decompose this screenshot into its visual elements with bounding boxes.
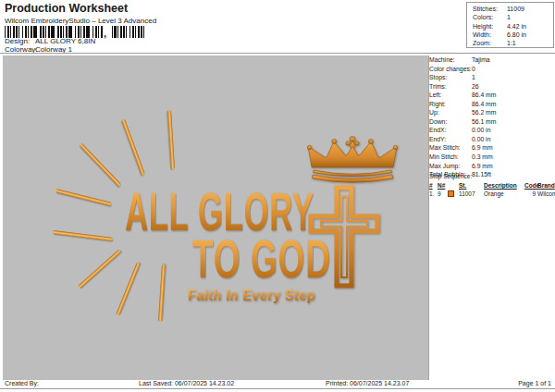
- machine-info-row: Color changes:0: [429, 65, 553, 74]
- thread-color-swatch: [448, 190, 454, 197]
- machine-info-value: 26: [472, 83, 479, 90]
- footer-divider: [0, 388, 555, 389]
- machine-info-row: Trims:26: [429, 82, 553, 92]
- machine-info-panel: Machine:Tajima Color changes:0 Stops:1 T…: [429, 55, 553, 179]
- sunburst-ray: [53, 230, 113, 241]
- machine-info-row: EndX:0.00 in: [429, 126, 553, 135]
- created-by-label: Created By:: [5, 380, 39, 386]
- summary-row: Zoom:1:1: [467, 39, 553, 47]
- header-divider: [0, 53, 555, 54]
- page-number: Page 1 of 1: [518, 380, 551, 386]
- machine-info-label: Max Jump:: [429, 162, 472, 171]
- summary-label: Height:: [473, 22, 507, 31]
- machine-info-row: Up:56.2 mm: [429, 108, 553, 117]
- machine-info-label: Up:: [429, 108, 472, 117]
- stop-brand: Wilcom: [537, 190, 555, 198]
- machine-info-row: Right:86.4 mm: [429, 100, 553, 109]
- printed-text: Printed: 06/07/2025 14.23.07: [326, 380, 409, 386]
- stop-sequence-row: 1. 9 11007 Orange 9 Wilcom: [426, 190, 553, 198]
- machine-info-label: EndX:: [429, 126, 472, 135]
- sunburst-ray: [158, 264, 166, 322]
- machine-info-label: Right:: [429, 100, 472, 109]
- crown-icon: [305, 135, 400, 185]
- production-worksheet: Production Worksheet Wilcom EmbroiderySt…: [0, 0, 555, 392]
- design-name: ALL GLORY 6,8IN: [35, 37, 95, 45]
- machine-info-label: Left:: [429, 91, 472, 100]
- software-subtitle: Wilcom EmbroideryStudio – Level 3 Advanc…: [5, 17, 156, 25]
- design-summary-panel: Stitches:11009 Colors:1 Height:4.42 in W…: [466, 2, 554, 48]
- machine-info-label: Max Stitch:: [429, 143, 472, 153]
- machine-info-label: EndY:: [429, 135, 472, 144]
- summary-label: Colors:: [473, 13, 507, 21]
- machine-info-row: Left:86.4 mm: [429, 91, 553, 100]
- sunburst-ray: [56, 189, 112, 206]
- machine-info-row: Min Stitch:0.3 mm: [429, 153, 553, 162]
- col-n: N#: [438, 181, 448, 190]
- footer: Created By: Last Saved: 06/07/2025 14.23…: [0, 379, 555, 388]
- machine-info-row: EndY:0.00 in: [429, 135, 553, 144]
- summary-row: Colors:1: [467, 13, 553, 21]
- machine-info-row: Stops:1: [429, 73, 553, 82]
- machine-info-label: Color changes:: [429, 65, 472, 74]
- stop-needle: 9: [438, 190, 448, 198]
- stop-sequence-header: # N# St. Description Code Brand: [426, 181, 553, 190]
- machine-info-value: 0: [472, 66, 475, 72]
- sunburst-ray: [116, 263, 141, 316]
- summary-label: Width:: [473, 31, 507, 39]
- machine-info-label: Stops:: [429, 73, 472, 82]
- machine-info-row: Max Stitch:6.9 mm: [429, 143, 553, 153]
- barcode-separator: ,: [104, 28, 106, 39]
- machine-info-value: 0.3 mm: [472, 153, 493, 160]
- summary-label: Zoom:: [473, 39, 507, 47]
- machine-info-value: 1: [472, 74, 475, 80]
- col-code: Code: [524, 181, 537, 190]
- cross-icon: [308, 185, 380, 288]
- page-title: Production Worksheet: [5, 2, 128, 15]
- machine-info-value: 86.4 mm: [472, 101, 496, 107]
- machine-info-row: Max Jump:6.9 mm: [429, 162, 553, 171]
- stop-sequence-title: Stop Sequence:: [426, 172, 553, 181]
- stop-code: 9: [524, 190, 537, 198]
- stop-description: Orange: [484, 190, 524, 198]
- stop-num: 1.: [429, 190, 438, 198]
- barcode: [112, 26, 147, 38]
- machine-info-label: Machine:: [429, 55, 472, 65]
- machine-info-value: 6.9 mm: [472, 144, 493, 151]
- summary-value: 1: [507, 14, 511, 20]
- last-saved-text: Last Saved: 06/07/2025 14.23.02: [139, 380, 234, 386]
- sunburst-ray: [80, 143, 122, 188]
- col-st: St.: [459, 181, 484, 190]
- summary-row: Width:6.80 in: [467, 31, 553, 39]
- summary-value: 11009: [507, 6, 524, 12]
- stop-stitches: 11007: [459, 190, 484, 198]
- machine-info-value: 0.00 in: [472, 136, 490, 142]
- col-num: #: [429, 181, 438, 190]
- summary-row: Stitches:11009: [467, 5, 553, 13]
- summary-row: Height:4.42 in: [467, 22, 553, 31]
- stop-sequence-panel: Stop Sequence: # N# St. Description Code…: [426, 172, 553, 198]
- sunburst-ray: [167, 110, 175, 169]
- machine-info-label: Min Stitch:: [429, 153, 472, 162]
- machine-info-row: Machine:Tajima: [429, 55, 553, 65]
- machine-info-value: 56.2 mm: [472, 109, 496, 116]
- machine-info-row: Down:56.1 mm: [429, 117, 553, 127]
- col-description: Description: [484, 181, 524, 190]
- sunburst-ray: [121, 118, 145, 175]
- design-name-row: Design:ALL GLORY 6,8IN: [5, 37, 95, 45]
- summary-value: 6.80 in: [507, 31, 526, 38]
- machine-info-value: 56.1 mm: [472, 118, 496, 125]
- summary-value: 1:1: [507, 40, 516, 46]
- machine-info-label: Down:: [429, 117, 472, 127]
- design-preview-canvas: ALL GLORY TO GOD Faith In Every Step: [3, 55, 429, 380]
- machine-info-label: Trims:: [429, 82, 472, 92]
- machine-info-value: 86.4 mm: [472, 92, 496, 98]
- summary-value: 4.42 in: [507, 23, 526, 30]
- machine-info-value: 6.9 mm: [472, 163, 493, 169]
- sunburst-ray: [78, 250, 122, 289]
- summary-label: Stitches:: [473, 5, 507, 13]
- design-tagline: Faith In Every Step: [188, 288, 315, 303]
- machine-info-value: Tajima: [472, 56, 490, 63]
- machine-info-value: 0.00 in: [472, 127, 490, 133]
- col-brand: Brand: [537, 181, 555, 190]
- design-label: Design:: [5, 37, 35, 45]
